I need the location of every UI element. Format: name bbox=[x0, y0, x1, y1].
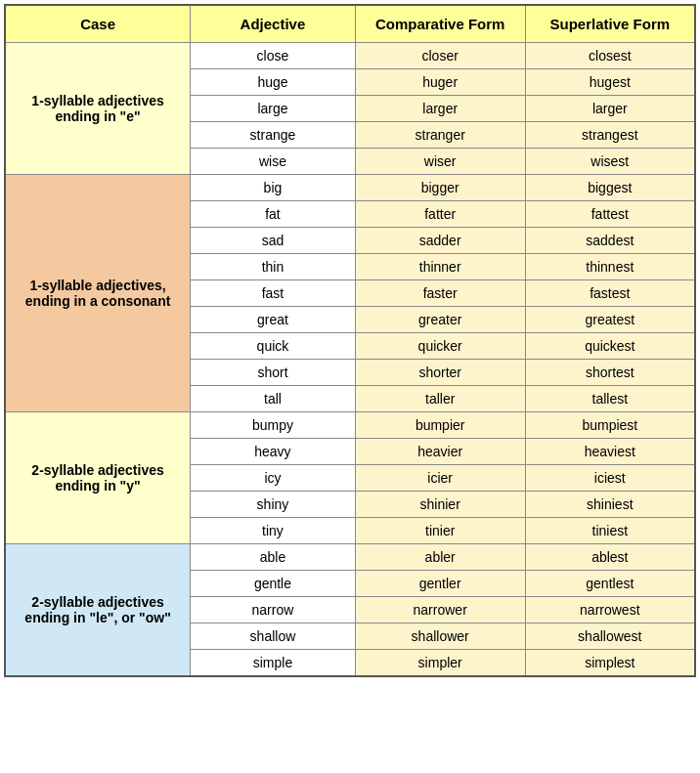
comparative-cell: closer bbox=[355, 43, 525, 69]
superlative-cell: strangest bbox=[525, 122, 695, 149]
comparative-cell: shallower bbox=[355, 623, 525, 650]
adjective-cell: fat bbox=[191, 201, 356, 228]
comparative-cell: fatter bbox=[355, 201, 525, 228]
superlative-cell: hugest bbox=[525, 69, 695, 96]
superlative-cell: saddest bbox=[525, 228, 695, 254]
superlative-cell: larger bbox=[525, 96, 695, 122]
table-row: 2-syllable adjectives ending in "le", or… bbox=[5, 544, 695, 571]
adjective-cell: huge bbox=[191, 69, 356, 96]
table-row: 1-syllable adjectives, ending in a conso… bbox=[5, 175, 695, 201]
adjective-cell: shiny bbox=[191, 492, 356, 518]
adjective-cell: icy bbox=[191, 465, 356, 492]
superlative-cell: simplest bbox=[525, 650, 695, 677]
comparative-cell: faster bbox=[355, 280, 525, 307]
superlative-cell: iciest bbox=[525, 465, 695, 492]
superlative-cell: tiniest bbox=[525, 518, 695, 544]
case-cell-3: 2-syllable adjectives ending in "le", or… bbox=[5, 544, 191, 677]
comparative-cell: tinier bbox=[355, 518, 525, 544]
adjective-cell: strange bbox=[191, 122, 356, 149]
superlative-cell: narrowest bbox=[525, 597, 695, 623]
comparative-cell: abler bbox=[355, 544, 525, 571]
superlative-cell: shallowest bbox=[525, 623, 695, 650]
superlative-cell: shortest bbox=[525, 360, 695, 386]
header-comparative: Comparative Form bbox=[355, 5, 525, 43]
comparative-cell: bumpier bbox=[355, 412, 525, 439]
adjective-cell: able bbox=[191, 544, 356, 571]
adjective-cell: quick bbox=[191, 333, 356, 360]
comparative-cell: shinier bbox=[355, 492, 525, 518]
case-cell-0: 1-syllable adjectives ending in "e" bbox=[5, 43, 191, 175]
comparative-cell: thinner bbox=[355, 254, 525, 280]
comparative-cell: narrower bbox=[355, 597, 525, 623]
comparative-cell: icier bbox=[355, 465, 525, 492]
header-adjective: Adjective bbox=[191, 5, 356, 43]
superlative-cell: fattest bbox=[525, 201, 695, 228]
comparative-cell: wiser bbox=[355, 149, 525, 175]
comparative-cell: sadder bbox=[355, 228, 525, 254]
adjective-cell: tiny bbox=[191, 518, 356, 544]
superlative-cell: greatest bbox=[525, 307, 695, 333]
adjective-cell: great bbox=[191, 307, 356, 333]
table-row: 1-syllable adjectives ending in "e"close… bbox=[5, 43, 695, 69]
superlative-cell: thinnest bbox=[525, 254, 695, 280]
adjective-cell: narrow bbox=[191, 597, 356, 623]
adjective-cell: close bbox=[191, 43, 356, 69]
adjective-cell: big bbox=[191, 175, 356, 201]
adjective-cell: large bbox=[191, 96, 356, 122]
comparative-cell: taller bbox=[355, 386, 525, 412]
superlative-cell: biggest bbox=[525, 175, 695, 201]
adjective-cell: tall bbox=[191, 386, 356, 412]
comparative-cell: huger bbox=[355, 69, 525, 96]
adjective-cell: simple bbox=[191, 650, 356, 677]
adjective-cell: gentle bbox=[191, 571, 356, 597]
comparative-cell: heavier bbox=[355, 439, 525, 465]
superlative-cell: bumpiest bbox=[525, 412, 695, 439]
header-case: Case bbox=[5, 5, 191, 43]
adjective-cell: wise bbox=[191, 149, 356, 175]
comparative-cell: simpler bbox=[355, 650, 525, 677]
adjective-forms-table: Case Adjective Comparative Form Superlat… bbox=[4, 4, 696, 677]
superlative-cell: gentlest bbox=[525, 571, 695, 597]
comparative-cell: larger bbox=[355, 96, 525, 122]
adjective-cell: thin bbox=[191, 254, 356, 280]
superlative-cell: quickest bbox=[525, 333, 695, 360]
header-superlative: Superlative Form bbox=[525, 5, 695, 43]
case-cell-1: 1-syllable adjectives, ending in a conso… bbox=[5, 175, 191, 412]
case-cell-2: 2-syllable adjectives ending in "y" bbox=[5, 412, 191, 544]
adjective-cell: fast bbox=[191, 280, 356, 307]
superlative-cell: fastest bbox=[525, 280, 695, 307]
comparative-cell: gentler bbox=[355, 571, 525, 597]
comparative-cell: quicker bbox=[355, 333, 525, 360]
comparative-cell: greater bbox=[355, 307, 525, 333]
superlative-cell: heaviest bbox=[525, 439, 695, 465]
adjective-cell: short bbox=[191, 360, 356, 386]
superlative-cell: ablest bbox=[525, 544, 695, 571]
superlative-cell: wisest bbox=[525, 149, 695, 175]
adjective-cell: heavy bbox=[191, 439, 356, 465]
superlative-cell: closest bbox=[525, 43, 695, 69]
table-row: 2-syllable adjectives ending in "y"bumpy… bbox=[5, 412, 695, 439]
superlative-cell: shiniest bbox=[525, 492, 695, 518]
adjective-cell: sad bbox=[191, 228, 356, 254]
comparative-cell: bigger bbox=[355, 175, 525, 201]
comparative-cell: shorter bbox=[355, 360, 525, 386]
superlative-cell: tallest bbox=[525, 386, 695, 412]
adjective-cell: shallow bbox=[191, 623, 356, 650]
adjective-cell: bumpy bbox=[191, 412, 356, 439]
comparative-cell: stranger bbox=[355, 122, 525, 149]
